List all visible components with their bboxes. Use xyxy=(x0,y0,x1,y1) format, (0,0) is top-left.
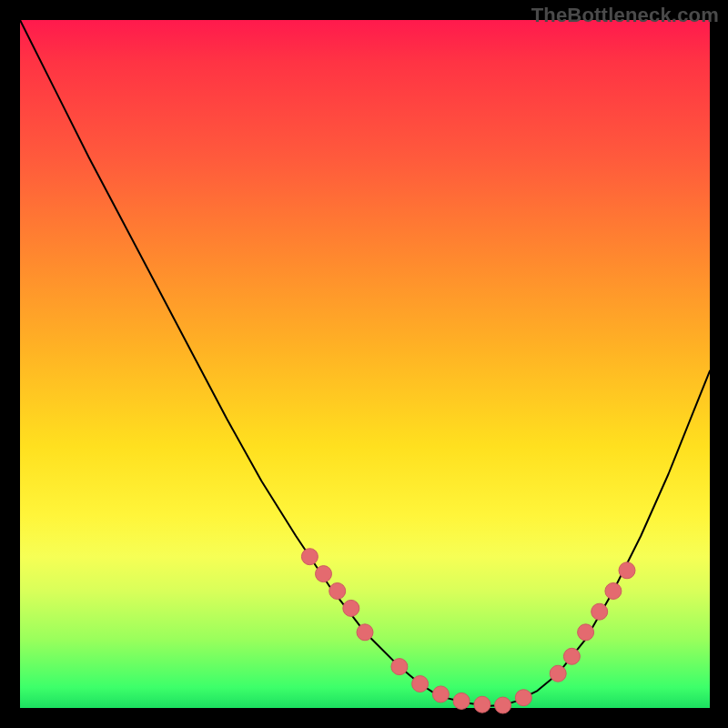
highlight-marker xyxy=(605,583,622,600)
highlight-marker xyxy=(432,686,449,703)
highlight-marker xyxy=(412,676,429,693)
highlight-marker xyxy=(550,665,566,682)
watermark-text: TheBottleneck.com xyxy=(531,4,719,27)
highlight-marker xyxy=(329,583,346,600)
highlight-marker xyxy=(474,696,490,713)
bottleneck-curve-line xyxy=(20,20,710,706)
highlight-marker xyxy=(619,562,635,579)
highlight-marker xyxy=(316,566,332,582)
curve-layer xyxy=(20,20,710,708)
highlight-marker xyxy=(343,600,359,616)
highlight-marker xyxy=(453,693,470,709)
highlight-marker xyxy=(495,697,511,713)
chart-frame: TheBottleneck.com xyxy=(0,0,728,728)
highlight-marker xyxy=(357,624,373,641)
highlight-marker xyxy=(515,690,531,706)
highlight-markers xyxy=(301,549,635,713)
highlight-marker xyxy=(592,603,608,620)
highlight-marker xyxy=(578,624,594,641)
plot-area xyxy=(20,20,710,708)
highlight-marker xyxy=(391,659,408,675)
highlight-marker xyxy=(301,549,318,565)
highlight-marker xyxy=(563,648,580,664)
